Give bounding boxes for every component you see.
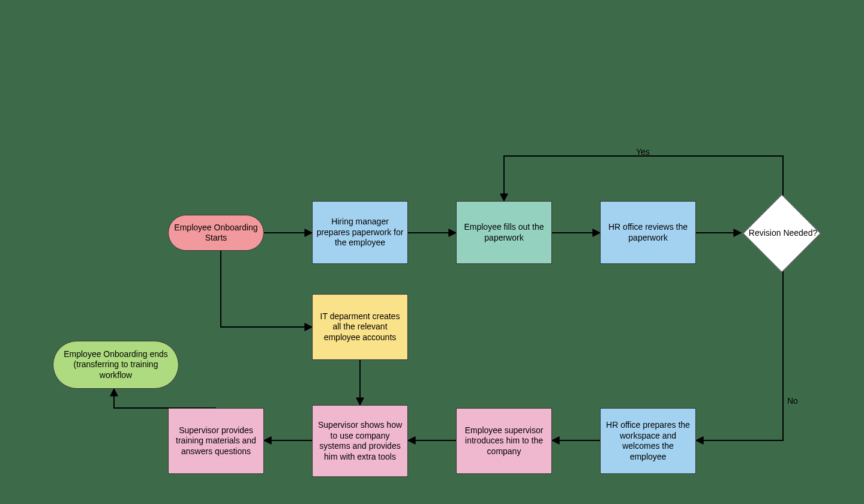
- node-review-label: HR office reviews the paperwork: [604, 222, 692, 243]
- node-training-label: Supervisor provides training materials a…: [172, 425, 260, 457]
- flowchart-canvas: Employee Onboarding Starts Hiring manage…: [0, 0, 864, 504]
- node-fill[interactable]: Employee fills out the paperwork: [456, 201, 552, 264]
- node-hiring-label: Hiring manager prepares paperwork for th…: [316, 217, 404, 248]
- node-systems[interactable]: Supervisor shows how to use company syst…: [312, 405, 408, 477]
- node-hiring[interactable]: Hiring manager prepares paperwork for th…: [312, 201, 408, 264]
- node-intro[interactable]: Employee supervisor introduces him to th…: [456, 408, 552, 474]
- node-decision-label: Revision Needed?: [741, 201, 825, 265]
- node-it[interactable]: IT deparment creates all the relevant em…: [312, 294, 408, 360]
- edge-label-no: No: [787, 396, 798, 406]
- node-prepare-label: HR office prepares the workspace and wel…: [604, 420, 692, 462]
- node-intro-label: Employee supervisor introduces him to th…: [460, 425, 548, 457]
- edges-layer: [0, 0, 864, 504]
- node-fill-label: Employee fills out the paperwork: [460, 222, 548, 243]
- node-training[interactable]: Supervisor provides training materials a…: [168, 408, 264, 474]
- node-review[interactable]: HR office reviews the paperwork: [600, 201, 696, 264]
- node-decision[interactable]: Revision Needed?: [741, 201, 825, 265]
- node-systems-label: Supervisor shows how to use company syst…: [316, 420, 404, 462]
- node-end[interactable]: Employee Onboarding ends (transferring t…: [53, 341, 179, 389]
- edge-label-yes: Yes: [636, 147, 650, 157]
- node-start-label: Employee Onboarding Starts: [172, 223, 260, 244]
- node-it-label: IT deparment creates all the relevant em…: [316, 311, 404, 343]
- node-end-label: Employee Onboarding ends (transferring t…: [57, 349, 175, 381]
- node-start[interactable]: Employee Onboarding Starts: [168, 215, 264, 251]
- node-prepare[interactable]: HR office prepares the workspace and wel…: [600, 408, 696, 474]
